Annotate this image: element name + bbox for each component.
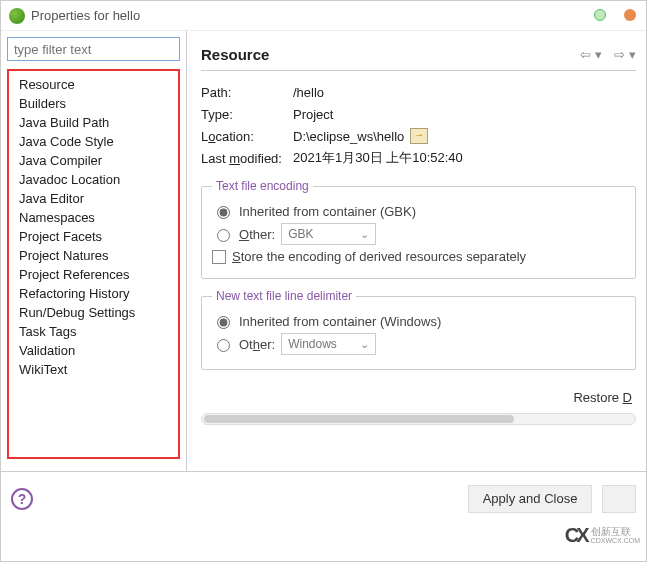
- tree-item[interactable]: WikiText: [9, 360, 178, 379]
- horizontal-scrollbar[interactable]: [201, 413, 636, 425]
- tree-item[interactable]: Javadoc Location: [9, 170, 178, 189]
- watermark: CX 创新互联 CDXWCX.COM: [565, 524, 640, 547]
- app-icon: [9, 8, 25, 24]
- path-value: /hello: [293, 85, 324, 100]
- tree-item[interactable]: Java Compiler: [9, 151, 178, 170]
- type-label: Type:: [201, 107, 293, 122]
- delimiter-group: New text file line delimiter Inherited f…: [201, 289, 636, 370]
- delimiter-legend: New text file line delimiter: [212, 289, 356, 303]
- titlebar: Properties for hello: [1, 1, 646, 31]
- location-label: Location:: [201, 129, 293, 144]
- delimiter-other-radio[interactable]: [217, 339, 230, 352]
- store-derived-checkbox[interactable]: [212, 250, 226, 264]
- tree-item[interactable]: Run/Debug Settings: [9, 303, 178, 322]
- nav-back-icon[interactable]: ⇦: [580, 47, 591, 62]
- close-dot[interactable]: [624, 9, 636, 21]
- category-tree: Resource Builders Java Build Path Java C…: [7, 69, 180, 459]
- window-title: Properties for hello: [31, 8, 140, 23]
- window-controls: [594, 9, 636, 21]
- path-label: Path:: [201, 85, 293, 100]
- nav-arrows: ⇦▾ ⇨▾: [580, 47, 636, 62]
- tree-item[interactable]: Java Build Path: [9, 113, 178, 132]
- nav-forward-icon[interactable]: ⇨: [614, 47, 625, 62]
- delimiter-combo[interactable]: Windows: [281, 333, 376, 355]
- store-derived-label: Store the encoding of derived resources …: [232, 249, 526, 264]
- minimize-dot[interactable]: [594, 9, 606, 21]
- apply-close-button[interactable]: Apply and Close: [468, 485, 593, 513]
- type-value: Project: [293, 107, 333, 122]
- tree-item[interactable]: Task Tags: [9, 322, 178, 341]
- show-in-explorer-icon[interactable]: [410, 128, 428, 144]
- encoding-inherited-radio[interactable]: [217, 206, 230, 219]
- encoding-legend: Text file encoding: [212, 179, 313, 193]
- help-icon[interactable]: ?: [11, 488, 33, 510]
- tree-item[interactable]: Project Natures: [9, 246, 178, 265]
- delimiter-inherited-radio[interactable]: [217, 316, 230, 329]
- tree-item[interactable]: Java Editor: [9, 189, 178, 208]
- tree-item[interactable]: Refactoring History: [9, 284, 178, 303]
- page-title: Resource: [201, 46, 580, 63]
- filter-input[interactable]: [7, 37, 180, 61]
- tree-item[interactable]: Project Facets: [9, 227, 178, 246]
- tree-item[interactable]: Project References: [9, 265, 178, 284]
- tree-item[interactable]: Validation: [9, 341, 178, 360]
- modified-label: Last modified:: [201, 151, 293, 166]
- tree-item[interactable]: Namespaces: [9, 208, 178, 227]
- delimiter-inherited-label: Inherited from container (Windows): [239, 314, 441, 329]
- tree-item-resource[interactable]: Resource: [9, 75, 178, 94]
- restore-defaults-button[interactable]: Restore D: [573, 390, 632, 405]
- modified-value: 2021年1月30日 上午10:52:40: [293, 149, 463, 167]
- cancel-button[interactable]: [602, 485, 636, 513]
- chevron-down-icon[interactable]: ▾: [629, 47, 636, 62]
- encoding-group: Text file encoding Inherited from contai…: [201, 179, 636, 279]
- encoding-combo[interactable]: GBK: [281, 223, 376, 245]
- tree-item[interactable]: Java Code Style: [9, 132, 178, 151]
- delimiter-other-label: Other:: [239, 337, 275, 352]
- tree-item[interactable]: Builders: [9, 94, 178, 113]
- encoding-other-label: Other:: [239, 227, 275, 242]
- chevron-down-icon[interactable]: ▾: [595, 47, 602, 62]
- location-value: D:\eclipse_ws\hello: [293, 129, 404, 144]
- encoding-inherited-label: Inherited from container (GBK): [239, 204, 416, 219]
- encoding-other-radio[interactable]: [217, 229, 230, 242]
